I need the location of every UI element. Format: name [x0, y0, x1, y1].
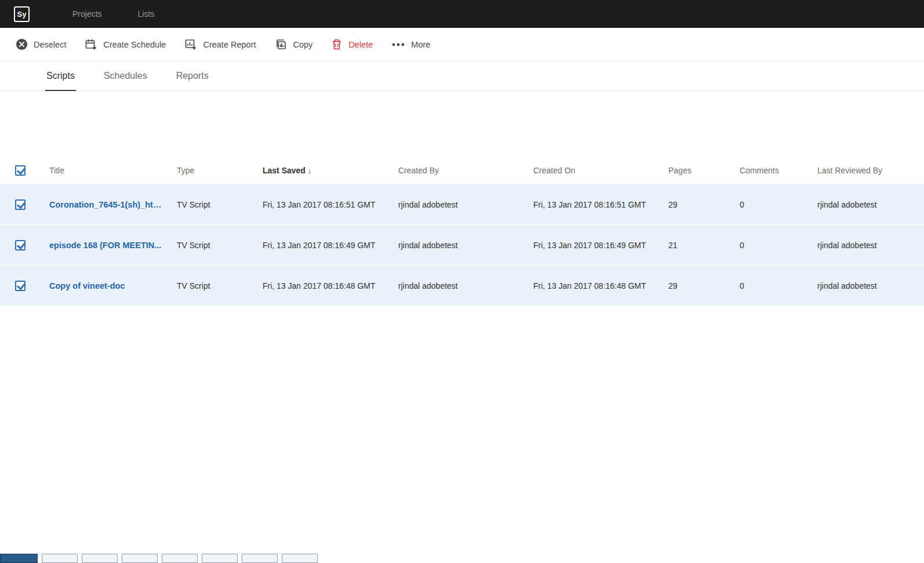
script-title-link[interactable]: Copy of vineet-doc	[41, 281, 168, 290]
script-last-saved: Fri, 13 Jan 2017 08:16:48 GMT	[254, 281, 390, 290]
os-taskbar	[0, 554, 924, 563]
view-tabs: Scripts Schedules Reports	[0, 61, 924, 91]
row-checkbox-cell	[0, 199, 41, 210]
trash-icon	[331, 38, 343, 50]
nav-lists[interactable]: Lists	[138, 9, 155, 19]
script-title-link[interactable]: Coronation_7645-1(sh)_html	[41, 200, 168, 209]
column-header-title[interactable]: Title	[41, 166, 168, 175]
column-header-pages[interactable]: Pages	[660, 166, 731, 175]
table-header-row: Title Type Last Saved↓ Created By Create…	[0, 157, 924, 184]
top-nav-bar: Sy Projects Lists	[0, 0, 924, 28]
report-add-icon	[184, 38, 197, 51]
taskbar-start-button[interactable]	[0, 554, 38, 563]
sort-descending-icon: ↓	[308, 166, 312, 175]
script-type: TV Script	[168, 241, 254, 250]
deselect-label: Deselect	[34, 40, 66, 49]
script-comments: 0	[731, 200, 809, 209]
content-spacer	[0, 91, 924, 157]
table-row: episode 168 (FOR MEETIN... TV Script Fri…	[0, 225, 924, 266]
script-created-by: rjindal adobetest	[390, 281, 525, 290]
more-button[interactable]: More	[391, 40, 430, 49]
script-comments: 0	[731, 281, 809, 290]
column-header-created-by[interactable]: Created By	[390, 166, 525, 175]
delete-button[interactable]: Delete	[331, 38, 373, 50]
script-pages: 29	[660, 281, 731, 290]
select-all-checkbox[interactable]	[15, 165, 26, 176]
create-schedule-label: Create Schedule	[103, 40, 166, 49]
column-header-last-reviewed-by[interactable]: Last Reviewed By	[809, 166, 924, 175]
column-header-created-on[interactable]: Created On	[525, 166, 660, 175]
table-row: Copy of vineet-doc TV Script Fri, 13 Jan…	[0, 266, 924, 306]
script-comments: 0	[731, 241, 809, 250]
script-created-on: Fri, 13 Jan 2017 08:16:51 GMT	[525, 200, 660, 209]
script-last-reviewed-by: rjindal adobetest	[809, 241, 924, 250]
last-saved-label: Last Saved	[263, 166, 305, 175]
row-checkbox-cell	[0, 281, 41, 291]
script-pages: 21	[660, 241, 731, 250]
delete-label: Delete	[348, 40, 373, 49]
calendar-add-icon	[85, 38, 97, 51]
deselect-button[interactable]: Deselect	[16, 38, 66, 50]
tab-scripts[interactable]: Scripts	[45, 61, 76, 91]
script-created-by: rjindal adobetest	[390, 241, 525, 250]
script-last-saved: Fri, 13 Jan 2017 08:16:51 GMT	[254, 200, 390, 209]
top-nav-menu: Projects Lists	[30, 9, 154, 19]
nav-projects[interactable]: Projects	[72, 9, 102, 19]
taskbar-window-button[interactable]	[202, 554, 238, 563]
script-last-reviewed-by: rjindal adobetest	[809, 200, 924, 209]
more-dots-icon	[391, 42, 405, 47]
table-body: Coronation_7645-1(sh)_html TV Script Fri…	[0, 184, 924, 306]
taskbar-window-button[interactable]	[162, 554, 198, 563]
taskbar-window-button[interactable]	[282, 554, 318, 563]
script-created-on: Fri, 13 Jan 2017 08:16:48 GMT	[525, 281, 660, 290]
script-created-on: Fri, 13 Jan 2017 08:16:49 GMT	[525, 241, 660, 250]
script-type: TV Script	[168, 200, 254, 209]
app-logo[interactable]: Sy	[14, 6, 30, 22]
column-header-comments[interactable]: Comments	[731, 166, 809, 175]
row-checkbox[interactable]	[15, 240, 26, 250]
script-type: TV Script	[168, 281, 254, 290]
deselect-icon	[16, 38, 28, 50]
taskbar-window-button[interactable]	[122, 554, 158, 563]
more-label: More	[411, 40, 430, 49]
copy-label: Copy	[293, 40, 313, 49]
row-checkbox[interactable]	[15, 281, 26, 291]
copy-button[interactable]: Copy	[275, 38, 313, 51]
taskbar-window-button[interactable]	[82, 554, 118, 563]
script-last-saved: Fri, 13 Jan 2017 08:16:49 GMT	[254, 241, 390, 250]
column-header-type[interactable]: Type	[168, 166, 254, 175]
script-title-link[interactable]: episode 168 (FOR MEETIN...	[41, 241, 168, 250]
copy-icon	[275, 38, 288, 51]
tab-schedules[interactable]: Schedules	[103, 61, 148, 90]
select-all-cell	[0, 165, 41, 176]
script-created-by: rjindal adobetest	[390, 200, 525, 209]
action-toolbar: Deselect Create Schedule Create Report	[0, 28, 924, 61]
app-logo-text: Sy	[17, 10, 27, 19]
script-pages: 29	[660, 200, 731, 209]
script-last-reviewed-by: rjindal adobetest	[809, 281, 924, 290]
create-report-label: Create Report	[203, 40, 256, 49]
taskbar-windows	[42, 554, 318, 563]
table-row: Coronation_7645-1(sh)_html TV Script Fri…	[0, 184, 924, 225]
create-report-button[interactable]: Create Report	[184, 38, 256, 51]
column-header-last-saved[interactable]: Last Saved↓	[254, 166, 390, 175]
tab-reports[interactable]: Reports	[175, 61, 210, 90]
taskbar-window-button[interactable]	[42, 554, 78, 563]
row-checkbox[interactable]	[15, 199, 26, 210]
row-checkbox-cell	[0, 240, 41, 250]
taskbar-window-button[interactable]	[242, 554, 278, 563]
create-schedule-button[interactable]: Create Schedule	[85, 38, 166, 51]
